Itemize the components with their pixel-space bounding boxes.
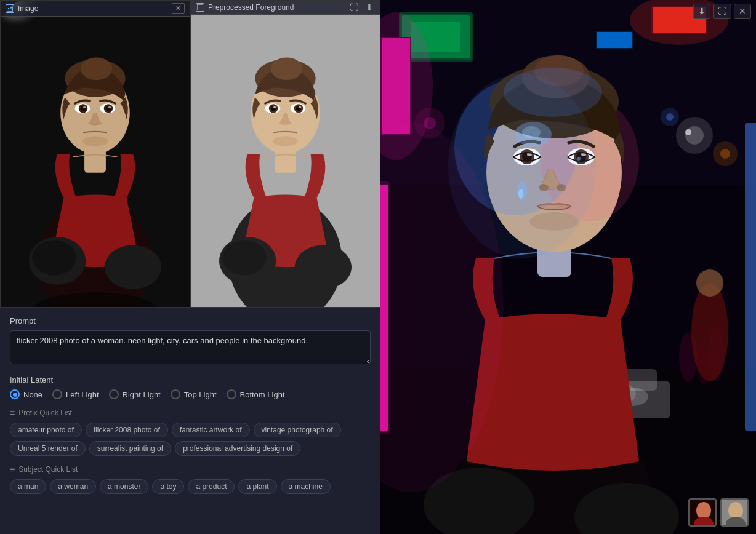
prompt-textarea[interactable] — [10, 330, 371, 364]
tag-a-plant[interactable]: a plant — [238, 479, 276, 494]
fg-panel-expand-button[interactable]: ⛶ — [348, 3, 360, 12]
boxer-fg-canvas — [191, 1, 380, 307]
svg-point-19 — [105, 245, 161, 289]
prefix-quick-list-header: Prefix Quick List — [10, 408, 371, 418]
subject-tag-list: a man a woman a monster a toy a product … — [10, 479, 371, 494]
svg-point-39 — [222, 240, 267, 275]
output-close-button[interactable]: ✕ — [734, 4, 751, 19]
radio-top-light[interactable]: Top Light — [171, 389, 217, 399]
tag-professional[interactable]: professional advertising design of — [175, 441, 300, 456]
boxer-original-canvas — [1, 1, 190, 307]
prefix-quick-list-group: Prefix Quick List amateur photo of flick… — [10, 408, 371, 456]
svg-point-14 — [83, 106, 86, 108]
svg-point-28 — [271, 57, 302, 80]
initial-latent-label: Initial Latent — [10, 375, 371, 385]
fg-panel-download-button[interactable]: ⬇ — [364, 3, 375, 12]
output-download-button[interactable]: ⬇ — [693, 4, 710, 19]
svg-point-7 — [81, 57, 112, 80]
svg-point-40 — [295, 245, 352, 289]
tag-surrealist[interactable]: surrealist painting of — [89, 441, 171, 456]
svg-point-111 — [696, 502, 711, 519]
right-panel-toolbar: ⬇ ⛶ ✕ — [693, 4, 751, 19]
image-panel-header-original: Image ✕ — [1, 1, 190, 17]
svg-point-114 — [728, 502, 743, 519]
radio-right-light[interactable]: Right Light — [109, 389, 161, 399]
image-panel-icon — [6, 4, 14, 13]
prompt-label: Prompt — [10, 316, 371, 325]
radio-label-left: Left Light — [66, 390, 99, 399]
tag-unreal[interactable]: Unreal 5 render of — [10, 441, 86, 456]
tag-a-monster[interactable]: a monster — [100, 479, 148, 494]
tag-vintage[interactable]: vintage photograph of — [254, 423, 341, 437]
tag-fantastic[interactable]: fantastic artwork of — [172, 423, 250, 437]
thumbnails-bar — [688, 498, 749, 527]
image-panel-close-button[interactable]: ✕ — [172, 3, 185, 14]
tag-a-product[interactable]: a product — [188, 479, 235, 494]
prompt-group: Prompt — [10, 316, 371, 367]
image-panel-title: Image — [18, 4, 168, 13]
tag-a-machine[interactable]: a machine — [281, 479, 331, 494]
output-image — [380, 0, 756, 534]
svg-rect-21 — [197, 4, 203, 10]
svg-point-18 — [32, 240, 76, 275]
fg-panel-icon — [196, 3, 204, 12]
left-panel: Image ✕ — [0, 0, 380, 534]
fg-panel-title: Preprocessed Foreground — [208, 3, 344, 12]
radio-dot-bottom — [227, 389, 236, 399]
tag-a-woman[interactable]: a woman — [50, 479, 96, 494]
svg-point-36 — [299, 106, 301, 108]
radio-label-right: Right Light — [123, 390, 161, 399]
svg-point-35 — [273, 106, 276, 108]
radio-dot-right — [109, 389, 119, 399]
tag-a-man[interactable]: a man — [10, 479, 46, 494]
controls-area: Prompt Initial Latent None Left Light Ri… — [0, 308, 380, 534]
radio-label-none: None — [23, 390, 42, 399]
image-panel-header-fg: Preprocessed Foreground ⛶ ⬇ — [191, 1, 380, 15]
svg-point-37 — [273, 136, 298, 146]
tag-a-toy[interactable]: a toy — [152, 479, 184, 494]
image-panel-fg: Preprocessed Foreground ⛶ ⬇ — [190, 0, 380, 308]
radio-dot-top — [171, 389, 180, 399]
radio-dot-none — [10, 389, 20, 399]
subject-quick-list-group: Subject Quick List a man a woman a monst… — [10, 464, 371, 494]
thumbnail-red[interactable] — [688, 498, 717, 527]
radio-group: None Left Light Right Light Top Light Bo… — [10, 389, 371, 399]
right-panel: ⬇ ⛶ ✕ — [380, 0, 756, 534]
thumbnail-gray[interactable] — [720, 498, 749, 527]
radio-bottom-light[interactable]: Bottom Light — [227, 389, 285, 399]
svg-point-15 — [108, 106, 111, 108]
radio-label-bottom: Bottom Light — [240, 390, 285, 399]
output-expand-button[interactable]: ⛶ — [713, 4, 731, 19]
initial-latent-group: Initial Latent None Left Light Right Lig… — [10, 375, 371, 399]
svg-point-16 — [82, 136, 108, 146]
subject-quick-list-header: Subject Quick List — [10, 464, 371, 474]
radio-left-light[interactable]: Left Light — [52, 389, 99, 399]
radio-none[interactable]: None — [10, 389, 42, 399]
image-panels-row: Image ✕ — [0, 0, 380, 308]
tag-amateur-photo[interactable]: amateur photo of — [10, 423, 82, 437]
radio-label-top: Top Light — [184, 390, 217, 399]
radio-dot-left — [52, 389, 62, 399]
tag-flicker[interactable]: flicker 2008 photo of — [86, 423, 168, 437]
image-panel-original: Image ✕ — [0, 0, 190, 308]
prefix-tag-list: amateur photo of flicker 2008 photo of f… — [10, 423, 371, 456]
